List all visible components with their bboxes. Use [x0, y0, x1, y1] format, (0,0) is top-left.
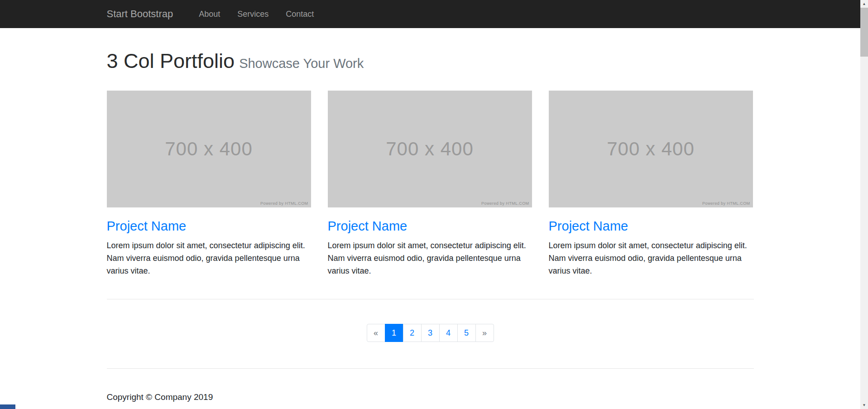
- navbar: Start Bootstrap About Services Contact: [0, 0, 860, 28]
- project-name-link[interactable]: Project Name: [107, 219, 187, 233]
- pagination-page-3[interactable]: 3: [421, 324, 440, 342]
- copyright-text: Copyright © Company 2019: [107, 392, 754, 402]
- scrollbar-down-icon[interactable]: ▼: [860, 401, 868, 409]
- browser-viewport: Start Bootstrap About Services Contact 3…: [0, 0, 860, 409]
- project-description: Lorem ipsum dolor sit amet, consectetur …: [107, 240, 311, 278]
- pagination-page-5[interactable]: 5: [457, 324, 476, 342]
- bottom-edge-strip: [0, 404, 860, 409]
- placeholder-watermark: Powered by HTML.COM: [260, 201, 308, 206]
- nav-links: About Services Contact: [190, 10, 322, 19]
- project-title: Project Name: [549, 218, 753, 234]
- nav-link-about[interactable]: About: [190, 10, 229, 19]
- placeholder-image-text: 700 x 400: [165, 138, 253, 160]
- pagination-page-2[interactable]: 2: [403, 324, 422, 342]
- project-card: 700 x 400 Powered by HTML.COM Project Na…: [107, 91, 311, 277]
- bottom-left-blue-fragment: [0, 404, 15, 409]
- pagination: « 1 2 3 4 5 »: [107, 324, 754, 342]
- project-card: 700 x 400 Powered by HTML.COM Project Na…: [549, 91, 753, 277]
- divider: [107, 299, 754, 299]
- project-image-link[interactable]: 700 x 400 Powered by HTML.COM: [328, 91, 532, 207]
- nav-link-services[interactable]: Services: [229, 10, 277, 19]
- nav-link-contact[interactable]: Contact: [277, 10, 322, 19]
- pagination-page-4[interactable]: 4: [439, 324, 458, 342]
- placeholder-watermark: Powered by HTML.COM: [702, 201, 750, 206]
- brand-link[interactable]: Start Bootstrap: [107, 8, 173, 20]
- page-title: 3 Col PortfolioShowcase Your Work: [107, 49, 754, 73]
- scrollbar-thumb[interactable]: [860, 8, 868, 57]
- page-title-text: 3 Col Portfolio: [107, 49, 235, 72]
- project-name-link[interactable]: Project Name: [549, 219, 628, 233]
- placeholder-image-text: 700 x 400: [386, 138, 474, 160]
- pagination-page-1[interactable]: 1: [385, 324, 403, 342]
- project-image-link[interactable]: 700 x 400 Powered by HTML.COM: [549, 91, 753, 207]
- project-description: Lorem ipsum dolor sit amet, consectetur …: [549, 240, 753, 278]
- project-title: Project Name: [328, 218, 532, 234]
- page-subtitle: Showcase Your Work: [239, 56, 364, 71]
- vertical-scrollbar[interactable]: ▲ ▼: [860, 0, 868, 409]
- project-description: Lorem ipsum dolor sit amet, consectetur …: [328, 240, 532, 278]
- placeholder-image-text: 700 x 400: [607, 138, 695, 160]
- divider: [107, 368, 754, 369]
- projects-row: 700 x 400 Powered by HTML.COM Project Na…: [107, 91, 754, 277]
- pagination-prev[interactable]: «: [367, 324, 385, 342]
- pagination-next[interactable]: »: [475, 324, 494, 342]
- main-content: 3 Col PortfolioShowcase Your Work 700 x …: [107, 49, 754, 402]
- project-name-link[interactable]: Project Name: [328, 219, 408, 233]
- scrollbar-up-icon[interactable]: ▲: [860, 0, 868, 8]
- project-title: Project Name: [107, 218, 311, 234]
- footer: Copyright © Company 2019: [107, 392, 754, 402]
- placeholder-watermark: Powered by HTML.COM: [481, 201, 529, 206]
- project-image-link[interactable]: 700 x 400 Powered by HTML.COM: [107, 91, 311, 207]
- project-card: 700 x 400 Powered by HTML.COM Project Na…: [328, 91, 532, 277]
